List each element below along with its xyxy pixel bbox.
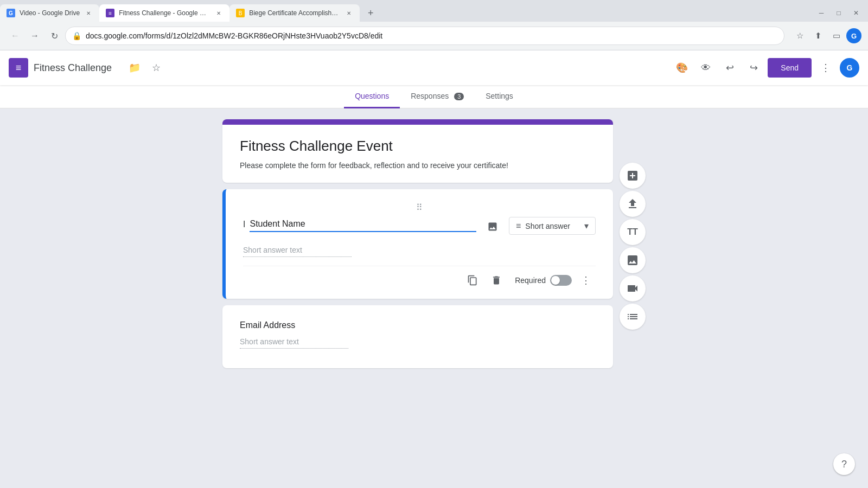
close-button[interactable]: ✕: [848, 5, 864, 21]
minimize-button[interactable]: ─: [814, 5, 829, 21]
tab3-close[interactable]: ✕: [344, 9, 353, 17]
question-type-selector[interactable]: ≡ Short answer ▾: [509, 217, 596, 235]
app-title: Fitness Challenge: [34, 62, 112, 74]
palette-button[interactable]: 🎨: [672, 58, 692, 78]
more-options-button[interactable]: ⋮: [816, 58, 835, 78]
responses-count-badge: 3: [454, 93, 464, 100]
user-avatar[interactable]: G: [840, 58, 859, 78]
form-description: Please complete the form for feedback, r…: [240, 161, 596, 170]
url-bar[interactable]: 🔒 docs.google.com/forms/d/1zOlzl2dMMcBW2…: [65, 27, 784, 45]
question-row-1: I ≡ Short answer ▾: [243, 217, 596, 236]
toggle-knob: [551, 276, 560, 285]
form-header-card: Fitness Challenge Event Please complete …: [222, 119, 613, 183]
tab2-close[interactable]: ✕: [214, 9, 223, 17]
question-title-2: Email Address: [240, 318, 596, 337]
share-button[interactable]: ⬆: [809, 27, 827, 44]
question-footer-1: Required ⋮: [243, 266, 596, 290]
tab-responses[interactable]: Responses 3: [400, 85, 475, 108]
folder-button[interactable]: 📁: [125, 58, 144, 78]
browser-profile[interactable]: G: [846, 28, 861, 43]
bookmark-button[interactable]: ☆: [791, 27, 808, 44]
header-actions: 📁 ☆: [125, 58, 166, 78]
preview-button[interactable]: 👁: [696, 58, 716, 78]
browser-tab-2[interactable]: ≡ Fitness Challenge - Google Form... ✕: [99, 4, 229, 22]
delete-question-button[interactable]: [487, 271, 506, 290]
short-answer-placeholder-1: Short answer text: [243, 245, 596, 266]
tab1-title: Video - Google Drive: [20, 9, 80, 17]
tab-bar: G Video - Google Drive ✕ ≡ Fitness Chall…: [0, 0, 868, 22]
import-questions-tool[interactable]: [620, 191, 646, 217]
tab1-favicon: G: [7, 9, 15, 17]
reload-button[interactable]: ↻: [46, 27, 63, 44]
undo-button[interactable]: ↩: [720, 58, 739, 78]
header-right: 🎨 👁 ↩ ↪ Send ⋮ G: [672, 58, 859, 78]
add-video-tool[interactable]: [620, 275, 646, 301]
tab3-favicon: B: [236, 9, 245, 17]
add-image-to-question-button[interactable]: [483, 217, 502, 236]
add-section-tool[interactable]: [620, 304, 646, 330]
question-card-2: Email Address Short answer text: [222, 305, 613, 368]
tab-questions[interactable]: Questions: [344, 85, 400, 108]
star-button[interactable]: ☆: [146, 58, 166, 78]
required-toggle[interactable]: [550, 275, 572, 286]
tab2-title: Fitness Challenge - Google Form...: [119, 9, 210, 17]
add-image-tool[interactable]: [620, 247, 646, 273]
question-title-input-1[interactable]: [250, 217, 476, 232]
address-bar: ← → ↻ 🔒 docs.google.com/forms/d/1zOlzl2d…: [0, 22, 868, 50]
window-controls: ─ □ ✕: [814, 5, 868, 21]
copy-question-button[interactable]: [463, 271, 482, 290]
forward-button[interactable]: →: [26, 27, 43, 44]
form-event-title: Fitness Challenge Event: [240, 138, 596, 155]
send-button[interactable]: Send: [768, 58, 812, 78]
type-icon: ≡: [516, 221, 521, 231]
sidebar-toggle-button[interactable]: ▭: [828, 27, 845, 44]
new-tab-button[interactable]: +: [362, 4, 379, 22]
forms-icon: ≡: [9, 58, 28, 78]
add-title-tool[interactable]: TT: [620, 219, 646, 245]
app-logo: ≡ Fitness Challenge: [9, 58, 112, 78]
back-button[interactable]: ←: [7, 27, 24, 44]
form-area: Fitness Challenge Event Please complete …: [222, 119, 613, 474]
url-actions: ☆ ⬆ ▭ G: [791, 27, 861, 44]
form-tabs: Questions Responses 3 Settings: [0, 85, 868, 108]
required-label: Required: [515, 276, 546, 285]
type-dropdown-arrow: ▾: [584, 221, 589, 231]
redo-button[interactable]: ↪: [744, 58, 763, 78]
url-text: docs.google.com/forms/d/1zOlzl2dMMcBW2-B…: [86, 31, 777, 40]
question-more-options[interactable]: ⋮: [576, 271, 596, 290]
tab3-title: Biege Certificate Accomplishmen...: [249, 9, 340, 17]
question-card-1: ⠿ I ≡ Short answer ▾: [222, 189, 613, 299]
sidebar-tools: TT: [620, 163, 646, 330]
add-question-tool[interactable]: [620, 163, 646, 189]
lock-icon: 🔒: [72, 31, 81, 40]
tab1-close[interactable]: ✕: [84, 9, 93, 17]
maximize-button[interactable]: □: [831, 5, 846, 21]
cursor-indicator: I: [243, 220, 245, 229]
tab2-favicon: ≡: [106, 9, 114, 17]
browser-tab-1[interactable]: G Video - Google Drive ✕: [0, 4, 99, 22]
help-button[interactable]: ?: [833, 453, 855, 475]
browser-tab-3[interactable]: B Biege Certificate Accomplishmen... ✕: [229, 4, 360, 22]
tab-settings[interactable]: Settings: [475, 85, 524, 108]
short-answer-placeholder-2: Short answer text: [240, 337, 596, 357]
main-content: Fitness Challenge Event Please complete …: [0, 108, 868, 485]
app-header: ≡ Fitness Challenge 📁 ☆ 🎨 👁 ↩ ↪ Send ⋮ G: [0, 50, 868, 85]
type-label: Short answer: [525, 222, 580, 230]
drag-handle[interactable]: ⠿: [243, 202, 596, 213]
